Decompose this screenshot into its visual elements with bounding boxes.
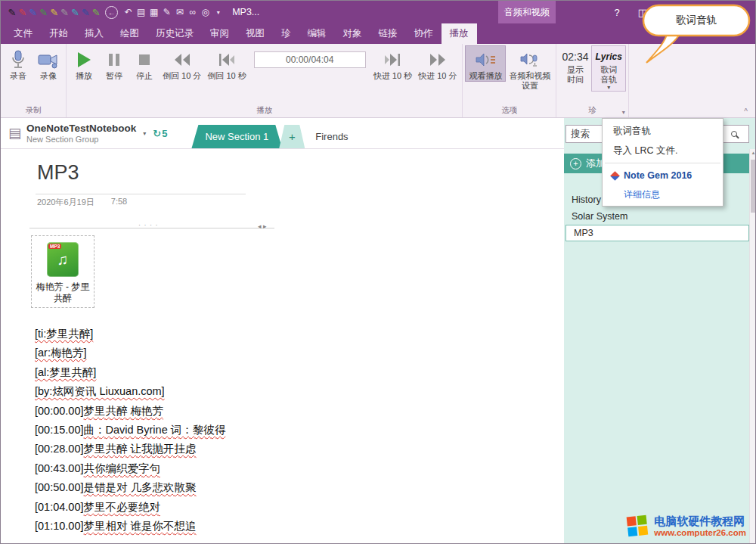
audio-video-settings-button[interactable]: 音频和视频 设置 xyxy=(506,45,553,91)
page-list-item[interactable]: MP3 xyxy=(565,225,749,241)
contextual-tab-audio-video[interactable]: 音频和视频 xyxy=(498,1,556,23)
notebook-dropdown-icon[interactable]: ▾ xyxy=(143,130,146,137)
ribbon-tab[interactable]: 视图 xyxy=(237,23,273,44)
lyric-line: [al:梦里共醉] xyxy=(35,363,225,382)
ribbon-tab[interactable]: 协作 xyxy=(406,23,442,44)
scroll-up-icon[interactable]: ▲ xyxy=(750,151,756,155)
video-camera-icon xyxy=(38,48,59,71)
lyrics-text[interactable]: [ti:梦里共醉][ar:梅艳芳][al:梦里共醉][by:炫网资讯 Liuxu… xyxy=(35,325,225,536)
forward-10-sec-button[interactable]: 快进 10 秒 xyxy=(370,45,415,81)
mp3-badge: MP3 xyxy=(48,244,61,249)
ribbon-tab[interactable]: 对象 xyxy=(335,23,370,44)
search-scope-button[interactable] xyxy=(722,125,749,143)
lyric-line: [00:28.00]梦里共醉 让我抛开挂虑 xyxy=(35,440,225,459)
pause-button[interactable]: 暂停 xyxy=(99,45,129,81)
microphone-icon xyxy=(10,48,26,71)
stop-button[interactable]: 停止 xyxy=(129,45,160,81)
view-icon[interactable]: ◎ xyxy=(199,7,212,17)
ribbon-tab[interactable]: 文件 xyxy=(5,23,41,44)
collapse-ribbon-icon[interactable]: ^ xyxy=(744,107,748,116)
dialog-launcher-icon[interactable]: ▾ xyxy=(622,109,625,116)
qat-more-icon[interactable]: ▾ xyxy=(212,9,225,16)
menu-item-note-gem[interactable]: Note Gem 2016 xyxy=(603,166,723,185)
link-icon[interactable]: ∞ xyxy=(186,7,199,17)
rewind-bar-icon xyxy=(218,48,235,71)
back-button[interactable]: ← xyxy=(105,6,118,19)
callout-text: 歌词音轨 xyxy=(643,5,749,36)
outline-resize-icon[interactable]: ◂ ▸ xyxy=(258,222,267,230)
quick-access-pens: ✎✎✎✎✎✎✎✎✎ xyxy=(7,7,101,18)
journal-icon[interactable]: ▦ xyxy=(147,7,160,17)
show-time-button[interactable]: 02:34 显示 时间 xyxy=(559,45,591,85)
rewind-10-sec-button[interactable]: 倒回 10 秒 xyxy=(204,45,249,81)
speaker-mic-icon xyxy=(520,48,540,71)
pen-icon[interactable]: ✎ xyxy=(60,7,69,18)
attachment-caption: 梅艳芳 - 梦里共醉 xyxy=(34,281,91,304)
mp3-attachment[interactable]: ♫ MP3 梅艳芳 - 梦里共醉 xyxy=(31,235,94,308)
pen-icon[interactable]: ✎ xyxy=(92,7,101,18)
mail-icon[interactable]: ✉ xyxy=(173,7,186,17)
pen-icon[interactable]: ✎ xyxy=(82,7,90,18)
help-button[interactable]: ? xyxy=(604,7,630,18)
group-label-gem: 珍 xyxy=(556,105,627,116)
ribbon-group-gem: 02:34 显示 时间 Lyrics 歌词 音轨 ▾ 珍 ▾ xyxy=(556,44,628,117)
scrollbar-thumb[interactable] xyxy=(751,160,756,213)
ribbon-tab[interactable]: 链接 xyxy=(370,23,406,44)
speaker-list-icon xyxy=(475,48,496,71)
record-video-button[interactable]: 录像 xyxy=(33,45,64,81)
rewind-10-min-button[interactable]: 倒回 10 分 xyxy=(160,45,204,81)
section-tab[interactable]: Firends xyxy=(305,125,358,148)
pen-icon[interactable]: ✎ xyxy=(8,7,17,18)
pen-icon[interactable]: ✎ xyxy=(29,7,37,18)
ribbon-tab[interactable]: 珍 xyxy=(273,23,299,44)
lyric-line: [00:15.00]曲：David Byrine 词：黎彼得 xyxy=(35,421,225,440)
lyric-line: [01:10.00]梦里相对 谁是你不想追 xyxy=(35,517,225,536)
ribbon-tab[interactable]: 绘图 xyxy=(112,23,147,44)
menu-item-details-link[interactable]: 详细信息 xyxy=(603,185,723,204)
record-audio-button[interactable]: 录音 xyxy=(3,45,33,81)
pen-icon[interactable]: ✎ xyxy=(50,7,58,18)
sync-status-icon[interactable]: ↻ 5 xyxy=(153,128,167,139)
pen-icon[interactable]: ✎ xyxy=(71,7,79,18)
page-list-item[interactable]: Solar System xyxy=(564,208,756,225)
page-title[interactable]: MP3 xyxy=(37,161,79,185)
ribbon-tab[interactable]: 插入 xyxy=(76,23,112,44)
watch-playback-toggle[interactable]: 观看播放 xyxy=(465,45,506,82)
notebook-icon[interactable]: ▤ xyxy=(135,7,147,17)
elapsed-time-value: 02:34 xyxy=(562,48,588,65)
section-tab[interactable]: New Section 1 xyxy=(191,125,282,148)
note-page[interactable]: MP3 2020年6月19日 7:58 · · · · ◂ ▸ ♫ MP3 梅艳… xyxy=(1,149,564,544)
site-url: www.computer26.com xyxy=(654,528,746,537)
lyrics-track-button[interactable]: Lyrics 歌词 音轨 ▾ xyxy=(591,45,625,92)
ribbon-tab[interactable]: 编辑 xyxy=(299,23,335,44)
pen-icon[interactable]: ✎ xyxy=(39,7,48,18)
forward-10-min-button[interactable]: 快进 10 分 xyxy=(415,45,460,81)
playback-time-input[interactable] xyxy=(254,51,366,68)
vertical-scrollbar[interactable]: ▲ xyxy=(749,149,756,544)
page-time: 7:58 xyxy=(111,197,127,208)
sync-count: 5 xyxy=(162,128,167,139)
section-tab[interactable]: + xyxy=(279,125,305,148)
title-divider xyxy=(36,194,246,194)
menu-item-lyrics-track[interactable]: 歌词音轨 xyxy=(603,121,723,141)
undo-button[interactable]: ↶ xyxy=(122,7,135,17)
ribbon-tab[interactable]: 开始 xyxy=(41,23,76,44)
notebook-name: OneNoteTestNotebook xyxy=(26,123,136,135)
lyric-line: [by:炫网资讯 Liuxuan.com] xyxy=(35,382,225,401)
add-page-icon: + xyxy=(570,158,581,169)
ribbon-tab[interactable]: 审阅 xyxy=(202,23,237,44)
lyrics-logo-icon: Lyrics xyxy=(595,48,621,65)
menu-item-import-lrc[interactable]: 导入 LRC 文件. xyxy=(603,141,723,160)
ribbon-tab[interactable]: 播放 xyxy=(442,23,477,44)
ribbon-group-record: 录音 录像 录制 xyxy=(1,44,67,117)
group-label-record: 录制 xyxy=(1,105,66,116)
lyric-line: [ar:梅艳芳] xyxy=(35,343,225,362)
outline-grip-icon[interactable]: · · · · xyxy=(138,221,159,228)
draw-icon[interactable]: ✎ xyxy=(160,7,173,17)
callout-annotation: 歌词音轨 xyxy=(642,4,755,67)
notebook-selector[interactable]: OneNoteTestNotebook New Section Group xyxy=(26,123,136,145)
play-button[interactable]: 播放 xyxy=(69,45,99,81)
pen-icon[interactable]: ✎ xyxy=(18,7,26,18)
ribbon-tab[interactable]: 历史记录 xyxy=(147,23,202,44)
page-date-line: 2020年6月19日 7:58 xyxy=(37,197,127,208)
